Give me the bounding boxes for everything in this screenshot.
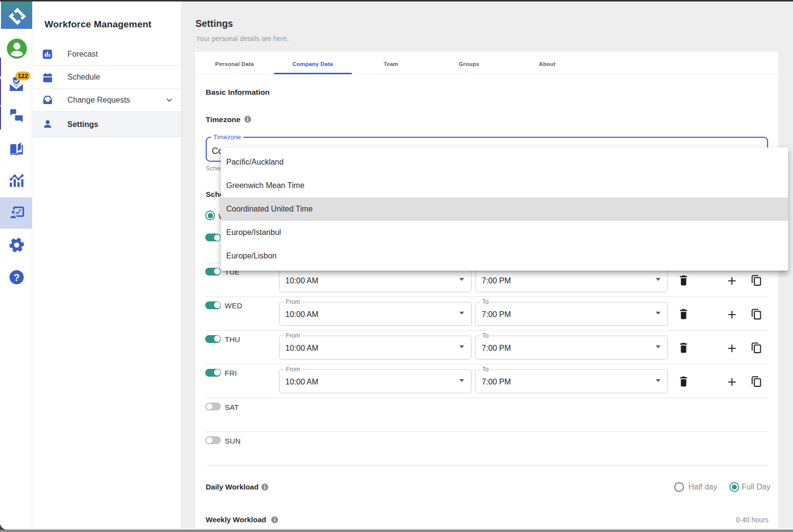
svg-text:122: 122 — [18, 72, 28, 80]
svg-text:?: ? — [14, 272, 20, 283]
